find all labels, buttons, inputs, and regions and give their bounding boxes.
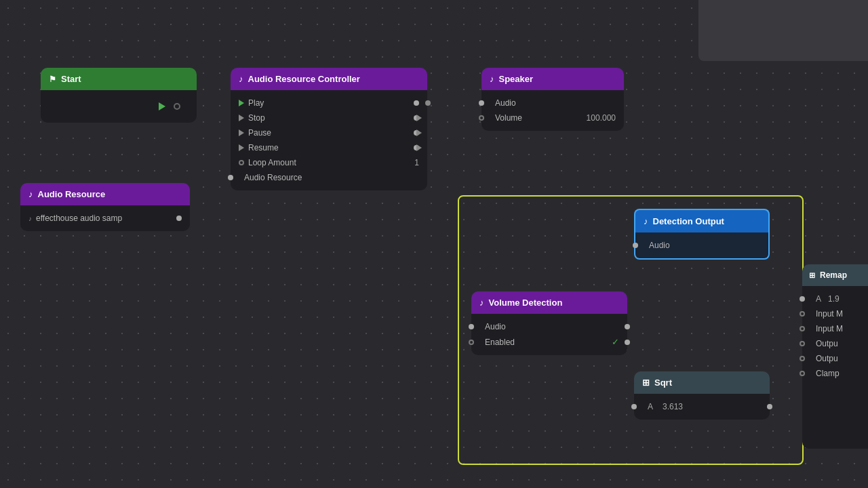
remap-a-label: A [816, 294, 821, 304]
arc-loop-port[interactable] [239, 160, 244, 165]
arc-resume-output-tri [416, 144, 422, 151]
volume-detection-header: ♪ Volume Detection [471, 291, 627, 314]
detection-output-label: Detection Output [653, 216, 724, 226]
arc-body: Play Stop Pause Resume [231, 90, 427, 190]
sqrt-header: ⊞ Sqrt [634, 371, 770, 394]
remap-output2-label: Outpu [816, 354, 868, 363]
audio-resource-filename: effecthouse audio samp [36, 214, 172, 223]
speaker-volume-label: Volume [495, 113, 583, 123]
music-icon-volume: ♪ [479, 298, 484, 308]
node-sqrt: ⊞ Sqrt A 3.613 [634, 371, 770, 420]
remap-a-value: 1.9 [828, 294, 840, 304]
arc-label: Audio Resource Controller [248, 74, 360, 84]
music-icon-detection: ♪ [644, 216, 648, 226]
detection-audio-row: Audio [635, 238, 768, 253]
speaker-header: ♪ Speaker [481, 68, 624, 90]
music-icon-arc: ♪ [239, 74, 243, 84]
remap-output1-label: Outpu [816, 339, 868, 348]
arc-loop-value: 1 [414, 158, 419, 167]
remap-label: Remap [820, 270, 847, 280]
volume-detection-label: Volume Detection [489, 298, 563, 308]
pause-triangle [239, 129, 244, 136]
speaker-audio-row: Audio [481, 96, 624, 110]
remap-inputm1-row: Input M [802, 306, 868, 321]
speaker-audio-label: Audio [495, 98, 616, 108]
arc-audioRes-label: Audio Resource [244, 173, 419, 182]
arc-play-label: Play [248, 98, 410, 108]
speaker-body: Audio Volume 100.000 [481, 90, 624, 131]
stop-triangle [239, 115, 244, 121]
volume-audio-port-left[interactable] [469, 324, 474, 329]
arc-audioRes-port[interactable] [228, 175, 233, 180]
volume-enabled-row: Enabled ✓ [471, 334, 627, 350]
arc-pause-label: Pause [248, 128, 410, 138]
arc-loop-row: Loop Amount 1 [231, 155, 427, 170]
remap-inputm1-port[interactable] [800, 311, 805, 317]
remap-output2-row: Outpu [802, 351, 868, 366]
remap-inputm2-port[interactable] [800, 326, 805, 331]
remap-output2-port[interactable] [800, 356, 805, 361]
detection-output-header: ♪ Detection Output [634, 209, 770, 232]
node-start: ⚑ Start [41, 68, 197, 123]
speaker-volume-row: Volume 100.000 [481, 110, 624, 125]
arc-stop-row: Stop [231, 110, 427, 125]
start-label: Start [61, 74, 81, 84]
arc-play-row: Play [231, 96, 427, 110]
audio-resource-output-port[interactable] [176, 216, 182, 221]
flag-icon: ⚑ [49, 75, 56, 84]
audio-resource-header: ♪ Audio Resource [20, 183, 190, 205]
sqrt-a-port-right[interactable] [767, 404, 772, 409]
remap-output1-row: Outpu [802, 336, 868, 351]
arc-audioRes-row: Audio Resource [231, 170, 427, 185]
sqrt-label: Sqrt [654, 378, 672, 388]
sqrt-a-port-left[interactable] [631, 404, 637, 409]
remap-clamp-label: Clamp [816, 369, 868, 378]
speaker-volume-port[interactable] [479, 115, 484, 121]
volume-audio-label: Audio [485, 322, 619, 331]
volume-enabled-port-right[interactable] [625, 340, 630, 345]
sqrt-a-value: 3.613 [663, 402, 683, 411]
start-body [41, 90, 197, 123]
volume-detection-body: Audio Enabled ✓ [471, 314, 627, 355]
node-detection-output: ♪ Detection Output Audio [634, 209, 770, 260]
resume-triangle [239, 144, 244, 151]
music-icon-small: ♪ [28, 215, 32, 222]
arc-play-dot[interactable] [414, 100, 419, 106]
sqrt-icon: ⊞ [642, 378, 650, 388]
arc-pause-output-tri [416, 129, 422, 136]
node-speaker: ♪ Speaker Audio Volume 100.000 [481, 68, 624, 131]
arc-loop-label: Loop Amount [248, 158, 410, 167]
speaker-label: Speaker [499, 74, 534, 84]
node-arc: ♪ Audio Resource Controller Play Stop Pa… [231, 68, 427, 190]
volume-audio-port-right[interactable] [625, 324, 630, 329]
remap-output1-port[interactable] [800, 341, 805, 346]
sqrt-body: A 3.613 [634, 394, 770, 420]
remap-inputm1-label: Input M [816, 309, 868, 319]
remap-inputm2-row: Input M [802, 321, 868, 336]
sqrt-a-row: A 3.613 [634, 399, 770, 414]
play-triangle [239, 100, 244, 106]
detection-audio-label: Audio [649, 241, 760, 250]
remap-a-port[interactable] [800, 296, 805, 302]
remap-clamp-port[interactable] [800, 371, 805, 376]
speaker-audio-port-left[interactable] [479, 100, 484, 106]
remap-icon: ⊞ [809, 271, 815, 280]
arc-stop-output-tri [416, 115, 422, 121]
top-right-box [698, 0, 868, 61]
detection-output-body: Audio [634, 232, 770, 260]
volume-audio-row: Audio [471, 319, 627, 334]
volume-enabled-check: ✓ [612, 337, 619, 347]
arc-resume-label: Resume [248, 143, 410, 152]
start-output-port[interactable] [174, 103, 180, 110]
audio-resource-label: Audio Resource [38, 189, 106, 199]
volume-enabled-port-left[interactable] [469, 340, 474, 345]
arc-header: ♪ Audio Resource Controller [231, 68, 427, 90]
remap-clamp-row: Clamp [802, 366, 868, 381]
start-output-triangle [159, 102, 165, 110]
speaker-volume-value: 100.000 [587, 113, 616, 123]
music-icon-speaker: ♪ [490, 74, 494, 84]
arc-pause-row: Pause [231, 125, 427, 140]
start-header: ⚑ Start [41, 68, 197, 90]
arc-play-output[interactable] [425, 100, 431, 106]
detection-audio-port[interactable] [633, 243, 638, 248]
